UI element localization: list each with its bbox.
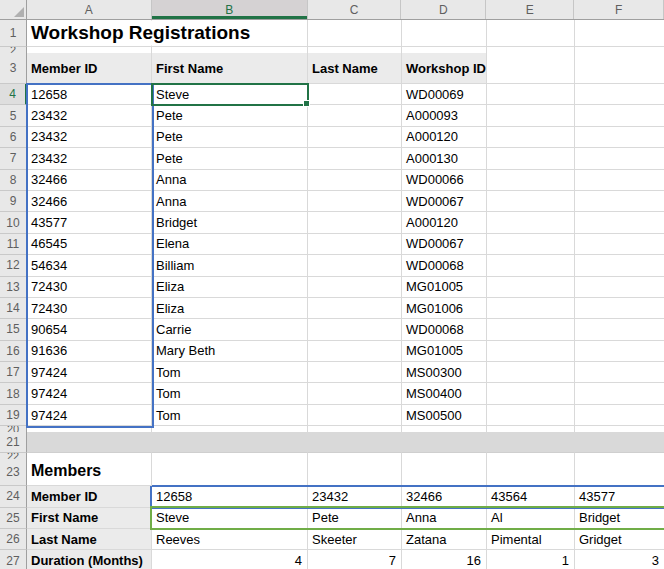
row-header-26[interactable]: 26	[0, 529, 27, 550]
header-workshop-id[interactable]: Workshop ID	[402, 53, 487, 84]
empty-cell[interactable]	[308, 277, 402, 298]
empty-cell[interactable]	[487, 341, 575, 362]
empty-cell[interactable]	[575, 127, 664, 148]
empty-cell[interactable]	[575, 298, 664, 319]
empty-cell[interactable]	[575, 84, 664, 105]
empty-cell[interactable]	[308, 341, 402, 362]
empty-cell[interactable]	[575, 20, 664, 47]
member-id-value[interactable]: 43564	[487, 486, 575, 507]
last-name-value[interactable]: Gridget	[575, 529, 664, 550]
workshop-title-cell[interactable]: Workshop Registrations	[27, 20, 152, 47]
first-name-cell[interactable]: Pete	[152, 105, 308, 126]
empty-cell[interactable]	[308, 255, 402, 276]
first-name-cell[interactable]: Bridget	[152, 212, 308, 233]
empty-cell[interactable]	[487, 191, 575, 212]
first-name-cell[interactable]: Elena	[152, 234, 308, 255]
column-header-b[interactable]: B	[152, 0, 308, 19]
empty-cell[interactable]	[575, 341, 664, 362]
empty-cell[interactable]	[575, 459, 664, 486]
empty-cell[interactable]	[152, 459, 308, 486]
empty-cell[interactable]	[402, 459, 487, 486]
first-name-cell[interactable]: Tom	[152, 405, 308, 426]
member-id-cell[interactable]: 72430	[27, 298, 152, 319]
label-last-name[interactable]: Last Name	[27, 529, 152, 550]
empty-cell[interactable]	[487, 127, 575, 148]
workshop-id-cell[interactable]: WD00067	[402, 191, 487, 212]
members-title-cell[interactable]: Members	[27, 459, 152, 486]
empty-cell[interactable]	[487, 84, 575, 105]
row-header-7[interactable]: 7	[0, 148, 27, 169]
label-first-name[interactable]: First Name	[27, 508, 152, 529]
header-last-name[interactable]: Last Name	[308, 53, 402, 84]
empty-cell[interactable]	[575, 277, 664, 298]
last-name-value[interactable]: Reeves	[152, 529, 308, 550]
empty-cell[interactable]	[487, 319, 575, 340]
row-header-5[interactable]: 5	[0, 105, 27, 126]
column-header-e[interactable]: E	[486, 0, 574, 19]
first-name-cell[interactable]: Pete	[152, 148, 308, 169]
first-name-cell-selected[interactable]: Steve	[152, 84, 308, 105]
empty-cell[interactable]	[308, 319, 402, 340]
empty-cell[interactable]	[487, 53, 575, 84]
row-header-25[interactable]: 25	[0, 508, 27, 529]
workshop-id-cell[interactable]: MS00400	[402, 383, 487, 404]
empty-cell[interactable]	[575, 148, 664, 169]
empty-cell[interactable]	[308, 459, 402, 486]
empty-cell[interactable]	[487, 298, 575, 319]
first-name-value[interactable]: Al	[487, 508, 575, 529]
last-name-value[interactable]: Zatana	[402, 529, 487, 550]
row-header-4[interactable]: 4	[0, 84, 27, 105]
first-name-value[interactable]: Steve	[152, 508, 308, 529]
column-header-c[interactable]: C	[308, 0, 402, 19]
member-id-cell[interactable]: 23432	[27, 148, 152, 169]
empty-cell[interactable]	[487, 277, 575, 298]
workshop-id-cell[interactable]: WD00068	[402, 255, 487, 276]
row-header-12[interactable]: 12	[0, 255, 27, 276]
member-id-cell[interactable]: 91636	[27, 341, 152, 362]
member-id-cell[interactable]: 46545	[27, 234, 152, 255]
empty-cell[interactable]	[575, 191, 664, 212]
workshop-id-cell[interactable]: MS00300	[402, 362, 487, 383]
member-id-cell[interactable]: 43577	[27, 212, 152, 233]
member-id-value[interactable]: 23432	[308, 486, 402, 507]
select-all-button[interactable]	[0, 0, 27, 19]
workshop-id-cell[interactable]: WD00068	[402, 319, 487, 340]
column-header-a[interactable]: A	[27, 0, 152, 19]
row-header-18[interactable]: 18	[0, 383, 27, 404]
row-header-11[interactable]: 11	[0, 234, 27, 255]
workshop-id-cell[interactable]: MG01006	[402, 298, 487, 319]
empty-cell[interactable]	[575, 319, 664, 340]
empty-cell[interactable]	[487, 234, 575, 255]
empty-cell[interactable]	[487, 20, 575, 47]
row-header-19[interactable]: 19	[0, 405, 27, 426]
last-name-value[interactable]: Pimental	[487, 529, 575, 550]
first-name-value[interactable]: Bridget	[575, 508, 664, 529]
duration-value[interactable]: 3	[575, 550, 664, 569]
empty-cell[interactable]	[487, 170, 575, 191]
first-name-value[interactable]: Pete	[308, 508, 402, 529]
empty-cell[interactable]	[308, 212, 402, 233]
workshop-id-cell[interactable]: A000093	[402, 105, 487, 126]
first-name-cell[interactable]: Eliza	[152, 277, 308, 298]
workshop-id-cell[interactable]: WD00066	[402, 170, 487, 191]
member-id-cell[interactable]: 32466	[27, 191, 152, 212]
duration-value[interactable]: 1	[487, 550, 575, 569]
empty-cell[interactable]	[487, 255, 575, 276]
row-header-3[interactable]: 3	[0, 53, 27, 84]
first-name-cell[interactable]: Pete	[152, 127, 308, 148]
row-header-16[interactable]: 16	[0, 341, 27, 362]
workshop-id-cell[interactable]: MS00500	[402, 405, 487, 426]
member-id-cell[interactable]: 23432	[27, 127, 152, 148]
row-header-10[interactable]: 10	[0, 212, 27, 233]
first-name-cell[interactable]: Anna	[152, 170, 308, 191]
empty-cell[interactable]	[487, 362, 575, 383]
empty-cell[interactable]	[487, 383, 575, 404]
workshop-id-cell[interactable]: WD00069	[402, 84, 487, 105]
first-name-cell[interactable]: Mary Beth	[152, 341, 308, 362]
first-name-cell[interactable]: Tom	[152, 362, 308, 383]
empty-cell[interactable]	[308, 20, 402, 47]
member-id-cell[interactable]: 97424	[27, 362, 152, 383]
empty-cell[interactable]	[487, 405, 575, 426]
empty-cell[interactable]	[308, 234, 402, 255]
empty-cell[interactable]	[575, 170, 664, 191]
